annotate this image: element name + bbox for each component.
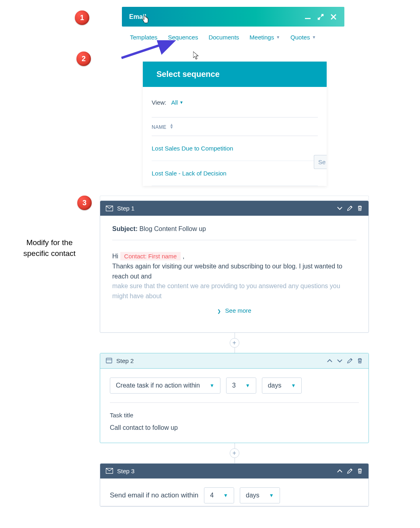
caret-down-icon: ▼ [179, 100, 183, 105]
step-3-header: Step 3 [100, 464, 369, 479]
see-more-label: See more [225, 307, 251, 314]
task-trigger-selectors: Create task if no action within ▼ 3 ▼ da… [110, 377, 359, 403]
subject-label: Subject: [112, 225, 138, 232]
email-body: Hi Contact: First name , Thanks again fo… [112, 240, 356, 301]
modal-title: Select sequence [156, 70, 220, 79]
caret-down-icon: ▼ [210, 383, 214, 388]
step-connector: + [100, 443, 369, 463]
collapse-icon[interactable] [337, 205, 343, 211]
greeting: Hi [112, 253, 120, 260]
minimize-icon[interactable] [304, 13, 311, 21]
step-1-card: Step 1 Subject: Blog Content Follow up H… [100, 200, 369, 333]
step-3-title: Step 3 [117, 468, 134, 474]
tab-meetings[interactable]: Meetings▼ [249, 34, 280, 41]
email-icon [106, 468, 113, 474]
tab-quotes[interactable]: Quotes▼ [290, 34, 316, 41]
svg-rect-5 [106, 358, 112, 363]
subject-line: Subject: Blog Content Follow up [112, 225, 356, 240]
edit-icon[interactable] [347, 358, 353, 364]
badge-number: 2 [82, 55, 86, 63]
cursor-hand-icon [142, 16, 149, 24]
tab-documents[interactable]: Documents [208, 34, 239, 41]
trigger-number-value: 3 [232, 382, 236, 389]
trigger-number-select[interactable]: 3 ▼ [226, 377, 256, 394]
see-more-button[interactable]: ❯ See more [112, 301, 356, 323]
caret-down-icon: ▼ [291, 383, 296, 388]
view-filter-value: All [171, 99, 178, 106]
step-1-title: Step 1 [117, 205, 134, 212]
edit-icon[interactable] [347, 205, 353, 211]
sequence-table: NAME ▲▼ Lost Sales Due to Competition Lo… [152, 117, 318, 186]
delay-unit-value: days [246, 492, 259, 499]
task-title-label: Task title [110, 412, 359, 419]
step-1-header: Step 1 [100, 201, 369, 216]
step-2-card: Step 2 Create task if no action within ▼… [100, 353, 369, 443]
col-name-label: NAME [152, 124, 167, 130]
caret-down-icon: ▼ [269, 493, 274, 498]
caret-down-icon: ▼ [276, 35, 280, 39]
step-3-actions [337, 468, 363, 474]
body-line-faded: make sure that the content we are provid… [112, 281, 356, 301]
edit-icon[interactable] [347, 468, 353, 474]
caret-down-icon: ▼ [223, 493, 228, 498]
step-2-title: Step 2 [116, 357, 134, 364]
step-2-actions [327, 358, 363, 364]
delete-icon[interactable] [357, 468, 363, 474]
task-title-value: Call contact to follow up [110, 424, 359, 431]
trigger-type-select[interactable]: Create task if no action within ▼ [110, 377, 220, 394]
sequence-editor: Step 1 Subject: Blog Content Follow up H… [100, 196, 369, 507]
trigger-unit-select[interactable]: days ▼ [262, 377, 302, 394]
sort-icon: ▲▼ [170, 123, 174, 129]
delete-icon[interactable] [357, 358, 363, 364]
close-icon[interactable] [330, 13, 337, 21]
search-input[interactable]: Se [314, 155, 327, 169]
chevron-down-icon: ❯ [217, 309, 221, 314]
annotation-badge-1: 1 [75, 10, 89, 25]
view-filter-dropdown[interactable]: All ▼ [171, 99, 183, 106]
email-tool-tabs: Templates Sequences Documents Meetings▼ … [122, 28, 344, 45]
delay-unit-select[interactable]: days ▼ [240, 487, 280, 503]
tab-templates[interactable]: Templates [130, 34, 157, 41]
sequence-row[interactable]: Lost Sales Due to Competition [152, 136, 318, 161]
annotation-text: Modify for the specific contact [23, 237, 76, 259]
email-header-actions [304, 13, 337, 21]
select-sequence-modal: Select sequence View: All ▼ NAME ▲▼ Lost… [143, 62, 327, 186]
tab-sequences[interactable]: Sequences [168, 34, 198, 41]
step-3-card: Step 3 Send email if no action within 4 … [100, 463, 369, 507]
body-line: Thanks again for visiting our website an… [112, 262, 356, 282]
sequence-row[interactable]: Lost Sale - Lack of Decision [152, 161, 318, 186]
email-icon [106, 206, 113, 211]
tab-label: Quotes [290, 34, 310, 41]
expand-icon[interactable] [317, 13, 324, 21]
add-step-button[interactable]: + [230, 448, 239, 458]
move-down-icon[interactable] [337, 358, 343, 364]
move-up-icon[interactable] [327, 358, 333, 364]
delay-number-select[interactable]: 4 ▼ [204, 487, 234, 503]
view-label: View: [152, 99, 166, 106]
modal-header: Select sequence [143, 62, 327, 87]
step-2-header: Step 2 [100, 353, 369, 369]
email-compose-header: Email [122, 7, 344, 27]
tab-label: Templates [130, 34, 157, 41]
delay-number-value: 4 [210, 492, 214, 499]
sequence-link[interactable]: Lost Sales Due to Competition [152, 145, 233, 152]
add-step-button[interactable]: + [230, 338, 239, 348]
send-email-label: Send email if no action within [110, 491, 198, 499]
view-filter-row: View: All ▼ [152, 99, 318, 106]
greeting-comma: , [183, 253, 184, 260]
move-up-icon[interactable] [337, 468, 343, 474]
trigger-type-value: Create task if no action within [116, 382, 200, 389]
cursor-arrow-icon [193, 52, 200, 60]
trigger-unit-value: days [268, 382, 282, 389]
search-placeholder: Se [318, 159, 325, 165]
personalization-token[interactable]: Contact: First name [120, 252, 181, 260]
caret-down-icon: ▼ [245, 383, 250, 388]
delete-icon[interactable] [357, 205, 363, 211]
badge-number: 3 [82, 199, 86, 207]
sequence-link[interactable]: Lost Sale - Lack of Decision [152, 170, 226, 177]
subject-value: Blog Content Follow up [140, 225, 206, 232]
tab-label: Meetings [249, 34, 274, 41]
caret-down-icon: ▼ [312, 35, 316, 39]
annotation-badge-2: 2 [76, 52, 91, 66]
col-name-header[interactable]: NAME ▲▼ [152, 118, 318, 136]
